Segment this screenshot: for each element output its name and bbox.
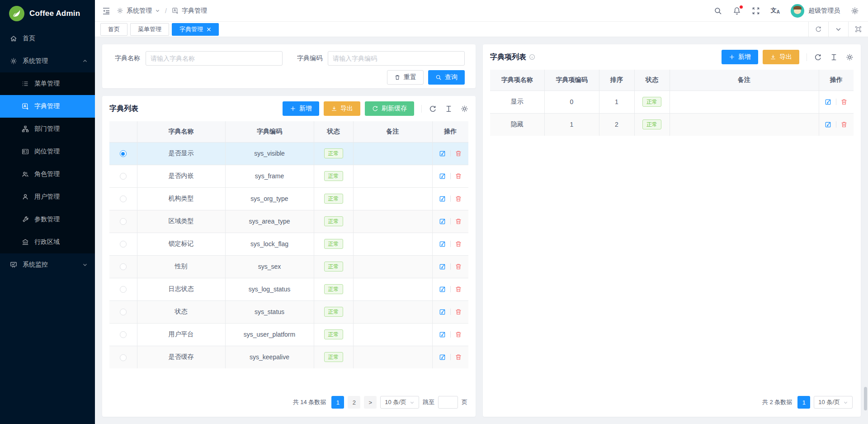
settings-gear-icon[interactable] bbox=[851, 7, 859, 15]
tab-menu-mgmt[interactable]: 菜单管理 bbox=[130, 23, 169, 36]
export-dict-item-button[interactable]: 导出 bbox=[763, 50, 799, 64]
delete-icon[interactable] bbox=[455, 172, 462, 180]
table-row[interactable]: 是否缓存sys_keepalive 正常 bbox=[109, 346, 468, 368]
reset-button[interactable]: 重置 bbox=[387, 70, 424, 85]
row-height-icon[interactable] bbox=[830, 53, 838, 61]
sidebar-item-label: 系统监控 bbox=[23, 261, 48, 269]
table-row[interactable]: 是否内嵌sys_frame 正常 bbox=[109, 165, 468, 187]
status-badge: 正常 bbox=[324, 262, 343, 272]
page-1-button[interactable]: 1 bbox=[331, 396, 344, 409]
table-row[interactable]: 性别sys_sex 正常 bbox=[109, 255, 468, 278]
edit-icon[interactable] bbox=[439, 240, 446, 248]
refresh-table-icon[interactable] bbox=[814, 53, 822, 61]
sidebar-item-system[interactable]: 系统管理 bbox=[0, 50, 95, 72]
info-icon[interactable] bbox=[529, 54, 535, 60]
add-dict-button[interactable]: 新增 bbox=[283, 101, 319, 116]
refresh-cache-button[interactable]: 刷新缓存 bbox=[365, 101, 414, 116]
delete-icon[interactable] bbox=[455, 308, 462, 315]
sidebar-item-region[interactable]: 行政区域 bbox=[0, 231, 95, 253]
scrollbar-thumb[interactable] bbox=[864, 387, 867, 410]
user-menu[interactable]: 超级管理员 bbox=[791, 4, 840, 18]
fullscreen-icon[interactable] bbox=[752, 7, 760, 15]
edit-icon[interactable] bbox=[439, 331, 446, 338]
delete-icon[interactable] bbox=[455, 240, 462, 248]
page-size-select[interactable]: 10 条/页 bbox=[814, 396, 853, 409]
row-radio[interactable] bbox=[120, 218, 127, 225]
row-radio[interactable] bbox=[120, 150, 127, 157]
table-row[interactable]: 区域类型sys_area_type 正常 bbox=[109, 210, 468, 233]
sidebar-item-user-mgmt[interactable]: 用户管理 bbox=[0, 186, 95, 208]
edit-icon[interactable] bbox=[439, 172, 446, 180]
sidebar-item-role-mgmt[interactable]: 角色管理 bbox=[0, 163, 95, 186]
collapse-sidebar-icon[interactable] bbox=[102, 7, 110, 15]
table-row[interactable]: 用户平台sys_user_platform 正常 bbox=[109, 323, 468, 346]
delete-icon[interactable] bbox=[455, 195, 462, 202]
edit-icon[interactable] bbox=[439, 150, 446, 157]
export-dict-button[interactable]: 导出 bbox=[324, 101, 360, 116]
dict-name-input[interactable] bbox=[146, 51, 283, 66]
translate-icon[interactable]: 文A bbox=[771, 7, 780, 14]
refresh-table-icon[interactable] bbox=[429, 105, 437, 113]
sidebar-item-dict-mgmt[interactable]: 字典管理 bbox=[0, 95, 95, 118]
page-size-select[interactable]: 10 条/页 bbox=[380, 396, 419, 409]
delete-icon[interactable] bbox=[840, 98, 848, 105]
page-2-button[interactable]: 2 bbox=[348, 396, 360, 409]
delete-icon[interactable] bbox=[455, 150, 462, 157]
query-button[interactable]: 查询 bbox=[428, 70, 465, 85]
row-radio[interactable] bbox=[120, 354, 127, 361]
table-row[interactable]: 锁定标记sys_lock_flag 正常 bbox=[109, 233, 468, 255]
sidebar-item-monitor[interactable]: 系统监控 bbox=[0, 253, 95, 276]
row-radio[interactable] bbox=[120, 263, 127, 270]
tab-options-button[interactable] bbox=[828, 22, 848, 37]
edit-icon[interactable] bbox=[825, 98, 832, 105]
row-radio[interactable] bbox=[120, 309, 127, 315]
dict-item-pagination: 共 2 条数据 1 10 条/页 bbox=[490, 390, 854, 412]
sidebar-item-menu-mgmt[interactable]: 菜单管理 bbox=[0, 72, 95, 95]
search-icon[interactable] bbox=[714, 7, 722, 15]
edit-icon[interactable] bbox=[825, 121, 832, 128]
row-radio[interactable] bbox=[120, 241, 127, 248]
sidebar-item-dept-mgmt[interactable]: 部门管理 bbox=[0, 118, 95, 140]
delete-icon[interactable] bbox=[455, 218, 462, 225]
column-settings-icon[interactable] bbox=[461, 105, 468, 113]
table-row[interactable]: 机构类型sys_org_type 正常 bbox=[109, 187, 468, 210]
page-1-button[interactable]: 1 bbox=[797, 396, 810, 409]
sidebar-item-label: 首页 bbox=[23, 34, 35, 43]
notification-bell[interactable] bbox=[733, 7, 741, 15]
add-dict-item-button[interactable]: 新增 bbox=[722, 50, 758, 64]
tab-home[interactable]: 首页 bbox=[100, 23, 127, 36]
edit-icon[interactable] bbox=[439, 218, 446, 225]
edit-icon[interactable] bbox=[439, 286, 446, 293]
next-page-button[interactable]: > bbox=[364, 396, 377, 409]
table-row[interactable]: 隐藏12 正常 bbox=[490, 113, 854, 136]
table-row[interactable]: 是否显示sys_visible 正常 bbox=[109, 142, 468, 165]
delete-icon[interactable] bbox=[455, 286, 462, 293]
breadcrumb-level1[interactable]: 系统管理 bbox=[127, 7, 152, 15]
tab-dict-mgmt[interactable]: 字典管理 bbox=[172, 23, 219, 36]
table-row[interactable]: 日志状态sys_log_status 正常 bbox=[109, 278, 468, 300]
delete-icon[interactable] bbox=[455, 353, 462, 361]
jump-page-input[interactable] bbox=[438, 396, 458, 409]
sidebar-item-home[interactable]: 首页 bbox=[0, 27, 95, 50]
row-radio[interactable] bbox=[120, 195, 127, 202]
delete-icon[interactable] bbox=[455, 263, 462, 270]
column-settings-icon[interactable] bbox=[846, 53, 854, 61]
row-radio[interactable] bbox=[120, 286, 127, 293]
edit-icon[interactable] bbox=[439, 263, 446, 270]
sidebar-item-param-mgmt[interactable]: 参数管理 bbox=[0, 208, 95, 231]
delete-icon[interactable] bbox=[455, 331, 462, 338]
table-row[interactable]: 状态sys_status 正常 bbox=[109, 300, 468, 323]
tab-refresh-button[interactable] bbox=[808, 22, 828, 37]
edit-icon[interactable] bbox=[439, 353, 446, 361]
close-icon[interactable] bbox=[207, 27, 211, 32]
row-height-icon[interactable] bbox=[445, 105, 453, 113]
row-radio[interactable] bbox=[120, 173, 127, 180]
delete-icon[interactable] bbox=[840, 121, 848, 128]
dict-code-input[interactable] bbox=[328, 51, 465, 66]
row-radio[interactable] bbox=[120, 331, 127, 338]
sidebar-item-post-mgmt[interactable]: 岗位管理 bbox=[0, 140, 95, 163]
table-row[interactable]: 显示01 正常 bbox=[490, 91, 854, 113]
edit-icon[interactable] bbox=[439, 308, 446, 315]
tab-maximize-button[interactable] bbox=[848, 22, 868, 37]
edit-icon[interactable] bbox=[439, 195, 446, 202]
